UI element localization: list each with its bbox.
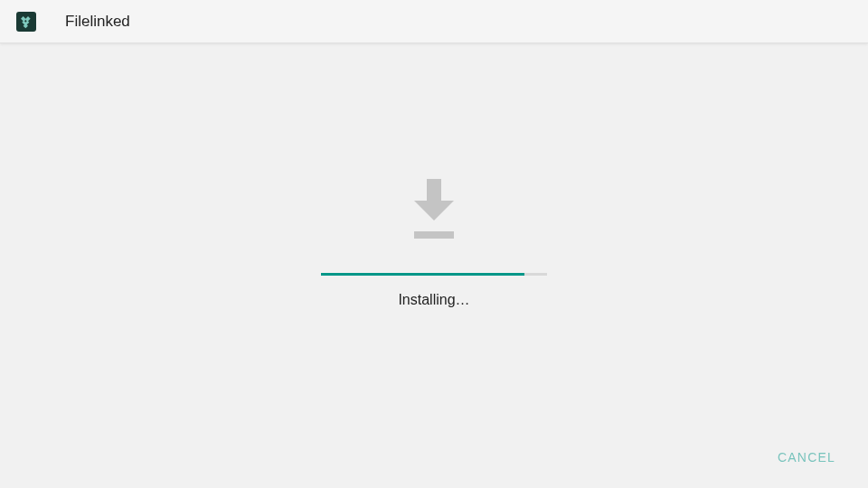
header-bar: Filelinked	[0, 0, 868, 43]
app-title: Filelinked	[65, 13, 130, 31]
status-text: Installing…	[398, 292, 469, 308]
cancel-button[interactable]: CANCEL	[767, 443, 846, 472]
svg-rect-0	[427, 179, 441, 202]
content-area: Installing…	[0, 43, 868, 488]
svg-marker-1	[414, 201, 454, 221]
progress-bar	[321, 273, 547, 276]
download-icon	[407, 179, 461, 244]
filelinked-icon	[19, 14, 33, 29]
app-icon	[16, 12, 36, 32]
progress-fill	[321, 273, 524, 276]
svg-rect-2	[414, 231, 454, 239]
